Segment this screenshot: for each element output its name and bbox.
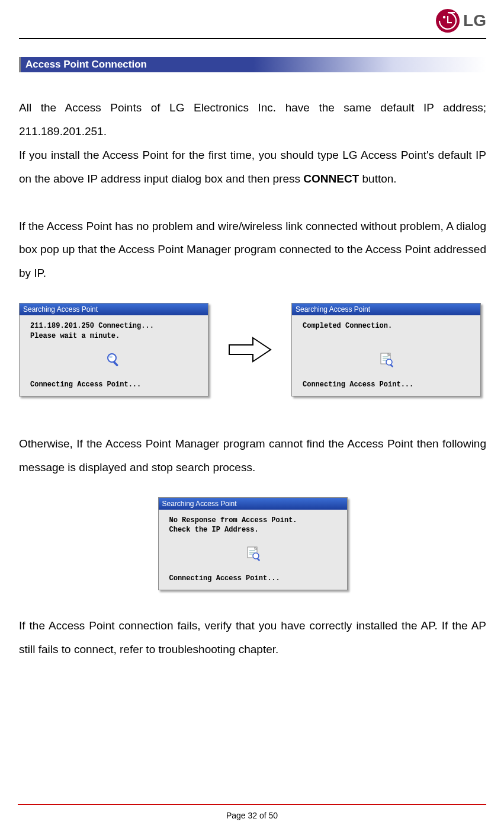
- paragraph-3: If the Access Point has no problem and w…: [19, 215, 486, 286]
- header-rule: [19, 38, 486, 39]
- lg-logo-text: LG: [463, 11, 486, 30]
- svg-point-4: [108, 354, 116, 362]
- svg-rect-18: [256, 558, 260, 561]
- section-heading-bar: Access Point Connection: [19, 57, 486, 72]
- svg-point-11: [386, 359, 392, 365]
- dialog-completed: Searching Access Point Completed Connect…: [291, 303, 481, 396]
- dialog-message-line: [303, 331, 470, 341]
- dialog-title: Searching Access Point: [159, 498, 347, 510]
- dialog-message-line: Check the IP Address.: [169, 525, 336, 535]
- svg-rect-12: [390, 364, 393, 367]
- page-footer: Page 32 of 50: [18, 804, 486, 820]
- svg-rect-2: [447, 22, 452, 23]
- dialog-sequence-row: Searching Access Point 211.189.201.250 C…: [19, 303, 486, 396]
- dialog-message-line: Please wait a minute.: [30, 331, 197, 341]
- dialog-message-line: No Response from Access Point.: [169, 516, 336, 526]
- lg-logo: LG: [436, 9, 486, 33]
- dialog-no-response: Searching Access Point No Response from …: [158, 497, 348, 591]
- document-magnifier-icon: [244, 555, 262, 564]
- dialog-status: Connecting Access Point...: [303, 380, 470, 389]
- dialog-status: Connecting Access Point...: [30, 380, 197, 389]
- document-magnifier-icon: [377, 362, 395, 370]
- dialog-message-line: 211.189.201.250 Connecting...: [30, 321, 197, 331]
- paragraph-4: Otherwise, If the Access Point Manager p…: [19, 432, 486, 479]
- dialog-status: Connecting Access Point...: [169, 574, 336, 583]
- body-copy-1: All the Access Points of LG Electronics …: [19, 96, 486, 285]
- header: LG: [19, 6, 486, 36]
- section-heading-text: Access Point Connection: [25, 59, 147, 71]
- svg-point-6: [109, 356, 113, 358]
- paragraph-1: All the Access Points of LG Electronics …: [19, 96, 486, 143]
- lg-logo-circle: [436, 9, 460, 33]
- paragraph-2: If you install the Access Point for the …: [19, 143, 486, 191]
- lg-face-icon: [436, 9, 460, 33]
- dialog-title: Searching Access Point: [292, 303, 480, 315]
- svg-point-17: [253, 553, 259, 559]
- dialog-title: Searching Access Point: [20, 303, 208, 315]
- svg-point-0: [443, 16, 445, 18]
- svg-rect-5: [113, 361, 119, 367]
- svg-rect-3: [448, 12, 455, 13]
- dialog-message-line: Completed Connection.: [303, 321, 470, 331]
- arrow-icon: [226, 335, 274, 364]
- page-number: Page 32 of 50: [18, 811, 486, 820]
- footer-rule: [18, 804, 486, 805]
- magnifier-icon: [106, 362, 121, 370]
- paragraph-5: If the Access Point connection fails, ve…: [19, 614, 486, 661]
- dialog-connecting: Searching Access Point 211.189.201.250 C…: [19, 303, 208, 396]
